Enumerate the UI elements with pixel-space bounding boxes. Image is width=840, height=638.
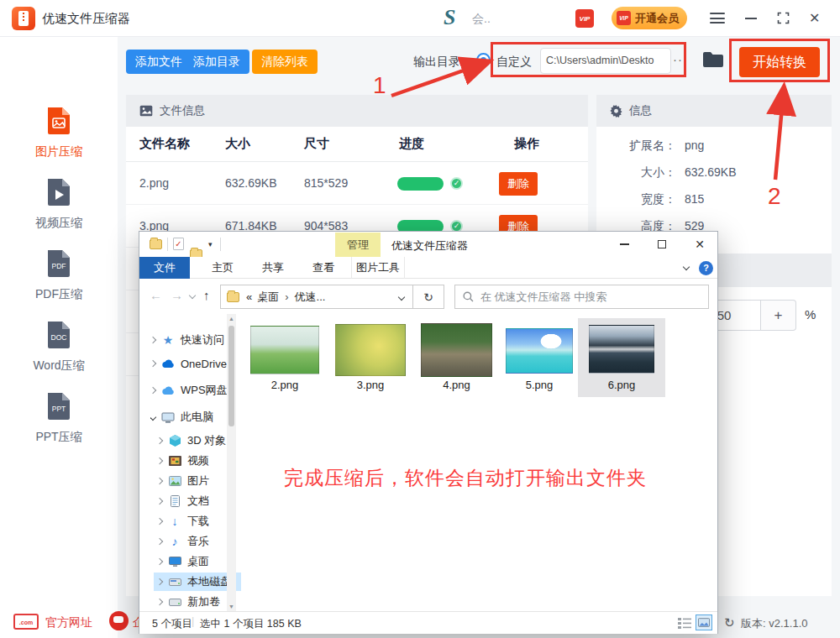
tab-file[interactable]: 文件: [139, 257, 190, 279]
svg-text:DOC: DOC: [51, 333, 67, 342]
official-site-link[interactable]: 官方网址: [45, 615, 92, 630]
cloud-icon: [161, 384, 175, 397]
file-thumbnail[interactable]: [250, 326, 319, 374]
breadcrumb-desktop[interactable]: 桌面: [257, 290, 279, 305]
file-thumbnail[interactable]: [589, 325, 654, 374]
col-size: 大小: [225, 136, 250, 152]
tree-item-this-pc[interactable]: 此电脑: [150, 408, 234, 426]
website-icon: .com: [13, 614, 39, 630]
info-label-width: 宽度：: [580, 192, 676, 207]
annotation-note: 完成压缩后，软件会自动打开输出文件夹: [284, 465, 647, 491]
left-sidebar: 图片压缩 视频压缩 PDF PDF压缩 DOC Word压缩 PPT PPT压缩: [0, 37, 118, 638]
file-thumbnail[interactable]: [335, 324, 406, 376]
manage-tab[interactable]: 管理: [335, 233, 381, 257]
cell-filename: 2.png: [139, 176, 169, 190]
sidebar-item-video-compress[interactable]: 视频压缩: [0, 174, 118, 231]
properties-check-icon[interactable]: ✓: [173, 238, 184, 250]
file-panel-title: 文件信息: [160, 103, 205, 118]
details-view-icon[interactable]: [677, 616, 692, 630]
sidebar-item-pdf-compress[interactable]: PDF PDF压缩: [0, 245, 118, 302]
doc-file-icon: DOC: [42, 316, 76, 350]
refresh-button[interactable]: ↻: [412, 285, 444, 309]
scroll-thumb[interactable]: [228, 326, 234, 426]
clear-list-button[interactable]: 清除列表: [252, 50, 318, 74]
item-count: 5 个项目: [152, 617, 192, 631]
tree-item-wps-cloud[interactable]: WPS网盘: [150, 381, 234, 400]
star-icon: ★: [161, 333, 175, 347]
tab-share[interactable]: 共享: [252, 257, 294, 279]
annotation-step-2: 2: [768, 183, 781, 210]
info-panel-title: 信息: [629, 103, 652, 118]
expand-icon: [150, 337, 156, 343]
cell-dims: 815*529: [304, 176, 348, 190]
explorer-window: ✓ ▾ 管理 优速文件压缩器 ✕ 文件 主页 共享 查看 图片工具 ? ← → …: [139, 231, 718, 634]
file-name[interactable]: 4.png: [421, 379, 492, 391]
thumbnail-view-icon[interactable]: [696, 614, 712, 630]
explorer-maximize-button[interactable]: [643, 232, 680, 256]
back-icon[interactable]: ←: [150, 288, 162, 302]
breadcrumb-folder[interactable]: 优速...: [295, 290, 326, 305]
sidebar-item-word-compress[interactable]: DOC Word压缩: [0, 316, 118, 374]
ribbon-collapse-icon[interactable]: [683, 264, 690, 270]
check-update-icon[interactable]: ↻: [724, 615, 735, 630]
account-label[interactable]: 会..: [472, 12, 491, 27]
file-name[interactable]: 3.png: [335, 379, 406, 391]
sidebar-item-image-compress[interactable]: 图片压缩: [0, 102, 118, 160]
sidebar-item-ppt-compress[interactable]: PPT PPT压缩: [0, 388, 118, 445]
menu-icon[interactable]: [710, 13, 725, 24]
open-membership-button[interactable]: VIP 开通会员: [612, 7, 687, 29]
add-file-button[interactable]: 添加文件: [126, 50, 192, 74]
expand-icon: [150, 360, 156, 367]
browse-folder-icon[interactable]: [702, 50, 724, 69]
picture-icon: [168, 474, 181, 488]
app-title: 优速文件压缩器: [42, 11, 130, 27]
file-thumbnail[interactable]: [421, 323, 492, 377]
search-icon: [463, 291, 474, 302]
help-icon[interactable]: ?: [699, 261, 713, 275]
col-filename: 文件名称: [139, 136, 190, 152]
info-value-size: 632.69KB: [685, 165, 737, 179]
minimize-button[interactable]: [745, 18, 757, 19]
search-box[interactable]: 在 优速文件压缩器 中搜索: [454, 285, 709, 309]
tree-scrollbar[interactable]: ▲ ▼: [227, 314, 236, 611]
expand-icon: [156, 578, 163, 585]
tab-home[interactable]: 主页: [202, 257, 244, 279]
disk-icon: [168, 575, 181, 588]
vip-icon[interactable]: VIP: [575, 9, 594, 28]
file-thumbnail[interactable]: [506, 328, 573, 374]
screen: 优速文件压缩器 S 会.. VIP VIP 开通会员 ✕ 图片压缩 视频压缩 P…: [0, 0, 840, 638]
quality-plus-button[interactable]: +: [761, 300, 796, 331]
forward-icon[interactable]: →: [171, 288, 183, 302]
folder-icon: [227, 292, 239, 302]
recent-locations-icon[interactable]: [189, 292, 196, 299]
maximize-button[interactable]: [777, 12, 790, 24]
scroll-down-icon[interactable]: ▼: [228, 604, 234, 609]
address-box[interactable]: « 桌面 › 优速...: [220, 285, 413, 309]
qq-chat-icon[interactable]: [109, 611, 129, 630]
file-name[interactable]: 5.png: [506, 379, 573, 391]
divider: |: [192, 615, 194, 627]
close-button[interactable]: ✕: [809, 10, 820, 26]
tree-item-onedrive[interactable]: OneDrive: [150, 354, 234, 373]
annotation-box-start: [729, 39, 830, 82]
expand-icon: [150, 387, 156, 394]
folder-icon[interactable]: [150, 239, 162, 249]
tab-view[interactable]: 查看: [302, 257, 344, 279]
tab-picture-tools[interactable]: 图片工具: [351, 257, 405, 279]
scroll-up-icon[interactable]: ▲: [228, 316, 234, 322]
file-name[interactable]: 6.png: [589, 379, 654, 391]
collapse-icon: [150, 414, 156, 421]
brand-s-icon: S: [444, 5, 455, 30]
delete-button[interactable]: 删除: [499, 172, 538, 196]
qat-dropdown-icon[interactable]: ▾: [208, 240, 213, 248]
up-icon[interactable]: ↑: [203, 288, 210, 302]
explorer-minimize-button[interactable]: [606, 232, 643, 256]
add-directory-button[interactable]: 添加目录: [184, 50, 249, 74]
explorer-close-button[interactable]: ✕: [681, 232, 718, 256]
file-name[interactable]: 2.png: [250, 379, 319, 391]
expand-icon: [157, 458, 163, 464]
tree-item-quick-access[interactable]: ★快速访问: [150, 331, 234, 349]
custom-output-radio[interactable]: [476, 53, 491, 67]
output-dir-label: 输出目录：: [413, 55, 472, 70]
address-dropdown-icon[interactable]: [398, 293, 405, 300]
